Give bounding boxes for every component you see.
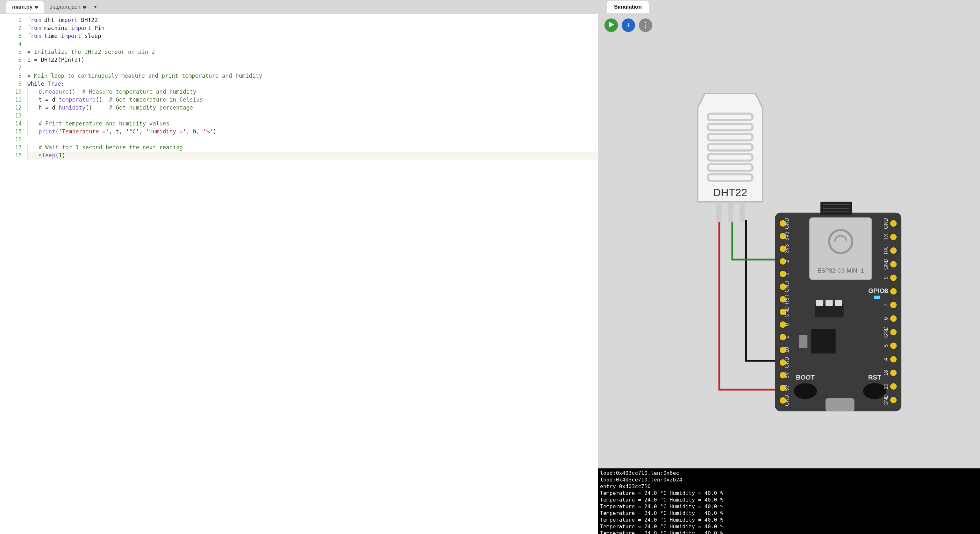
svg-text:0: 0 [784,323,789,326]
svg-rect-8 [716,202,721,222]
svg-point-49 [890,315,897,322]
svg-text:18: 18 [883,370,889,376]
kebab-icon: ⋮ [642,21,649,29]
tabs-overflow-button[interactable]: ▾ [92,2,99,12]
svg-text:GND: GND [784,218,789,229]
svg-rect-9 [728,202,733,222]
svg-text:GND: GND [883,394,889,406]
svg-rect-22 [826,300,833,306]
svg-text:1: 1 [784,336,789,339]
svg-point-53 [890,369,897,377]
code-content[interactable]: from dht import DHT22from machine import… [27,14,598,534]
svg-text:GND: GND [784,395,789,406]
tab-label: diagram.json [49,4,80,10]
svg-point-25 [794,383,817,399]
svg-point-26 [863,383,886,399]
play-button[interactable] [605,19,618,32]
svg-rect-85 [874,296,880,299]
component-esp32-board[interactable]: ESP32-C3-MINI-1 GPIO8 [775,202,901,412]
component-dht22[interactable]: DHT22 [697,93,762,222]
svg-point-52 [890,356,897,363]
svg-rect-21 [816,300,823,306]
more-menu-button[interactable]: ⋮ [639,19,652,32]
svg-text:GND: GND [883,259,889,270]
svg-point-50 [890,329,897,336]
svg-point-44 [890,247,897,254]
boot-label: BOOT [796,374,815,381]
svg-rect-24 [826,398,854,412]
svg-marker-0 [609,22,614,27]
svg-point-48 [890,301,897,308]
simulation-pane: Simulation + ⋮ [598,0,980,534]
svg-text:GND: GND [784,281,789,292]
svg-text:4: 4 [883,358,889,361]
svg-text:GND: GND [883,326,889,337]
svg-text:2: 2 [784,260,789,263]
modified-dot-icon [35,6,38,9]
modified-dot-icon [83,6,86,9]
svg-point-47 [890,288,897,295]
sim-body: + ⋮ [598,14,980,534]
svg-text:19: 19 [883,384,889,389]
svg-point-45 [890,261,897,268]
svg-text:5V: 5V [784,385,789,391]
editor-pane: main.py diagram.json ▾ 12345678910111213… [0,0,598,534]
play-icon [609,21,614,29]
svg-point-46 [890,274,897,281]
svg-text:10: 10 [784,347,789,353]
sim-tab-label: Simulation [614,4,642,10]
add-component-button[interactable]: + [622,19,635,32]
wire-vcc[interactable] [719,220,783,389]
line-gutter: 123456789101112131415161718 [0,14,27,534]
svg-text:TX: TX [883,234,889,240]
svg-text:3: 3 [784,273,789,275]
rst-label: RST [868,374,881,381]
svg-text:RX: RX [883,247,889,254]
svg-text:6: 6 [883,317,889,320]
svg-rect-18 [811,329,836,353]
svg-text:3V3: 3V3 [784,244,789,253]
svg-point-51 [890,342,897,349]
svg-text:RST: RST [784,294,789,304]
sim-toolbar: + ⋮ [605,19,652,32]
svg-text:3V3: 3V3 [784,232,789,240]
svg-point-42 [890,220,897,227]
svg-rect-19 [799,335,807,348]
tab-simulation[interactable]: Simulation [607,1,649,13]
svg-rect-20 [815,304,844,318]
svg-point-54 [890,383,897,390]
svg-text:GND: GND [784,357,789,368]
dht22-label: DHT22 [713,186,748,199]
svg-point-55 [890,396,897,404]
svg-text:5V: 5V [784,372,789,378]
svg-text:7: 7 [883,304,889,306]
svg-rect-10 [740,202,745,222]
svg-text:8: 8 [883,290,889,292]
svg-text:9: 9 [883,277,889,279]
tab-main-py[interactable]: main.py [6,1,44,13]
app-root: main.py diagram.json ▾ 12345678910111213… [0,0,980,534]
tab-diagram-json[interactable]: diagram.json [44,1,91,13]
svg-text:GND: GND [784,306,789,318]
serial-console[interactable]: load:0x403cc710,len:0x6ecload:0x403ce710… [598,469,980,534]
svg-text:5: 5 [883,344,889,347]
code-editor[interactable]: 123456789101112131415161718 from dht imp… [0,14,598,534]
editor-tabs: main.py diagram.json ▾ [0,0,598,14]
svg-rect-23 [835,300,842,306]
chip-label: ESP32-C3-MINI-1 [817,267,864,274]
svg-text:GND: GND [883,218,889,229]
plus-icon: + [627,21,631,29]
sim-tabs: Simulation [598,0,980,14]
tab-label: main.py [12,4,32,10]
circuit-diagram[interactable]: DHT22 [627,40,974,465]
svg-point-43 [890,234,897,241]
sim-canvas[interactable]: + ⋮ [598,14,980,469]
